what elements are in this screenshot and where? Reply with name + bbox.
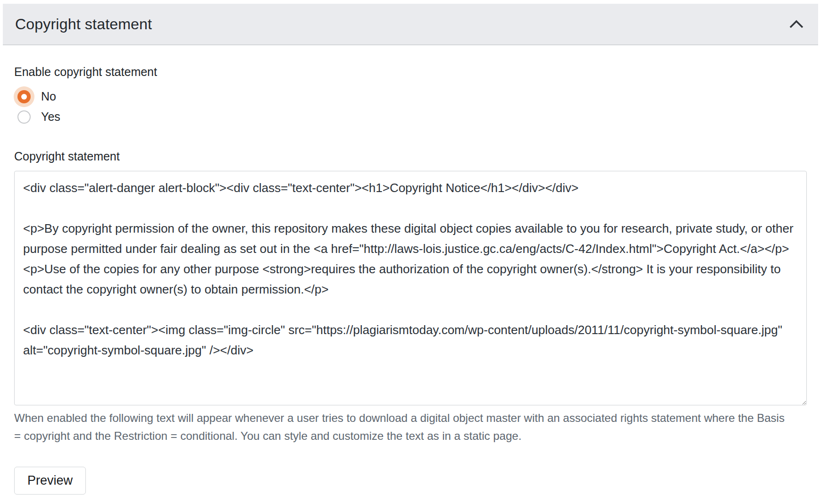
radio-no-label: No <box>41 90 56 103</box>
radio-option-no[interactable]: No <box>14 86 56 107</box>
chevron-up-icon <box>789 19 804 29</box>
enable-copyright-statement-label: Enable copyright statement <box>14 65 807 79</box>
radio-no-input[interactable] <box>17 90 31 103</box>
radio-option-yes[interactable]: Yes <box>14 107 60 127</box>
panel-title: Copyright statement <box>15 16 152 33</box>
copyright-statement-textarea[interactable]: <div class="alert-danger alert-block"><d… <box>14 171 807 405</box>
enable-copyright-radio-group: No Yes <box>14 86 807 127</box>
panel-body: Enable copyright statement No Yes Copyri… <box>3 65 818 495</box>
panel-header: Copyright statement <box>3 4 818 45</box>
copyright-statement-help-text: When enabled the following text will app… <box>14 409 788 445</box>
radio-yes-input[interactable] <box>17 110 31 124</box>
copyright-statement-panel: Copyright statement Enable copyright sta… <box>3 4 818 495</box>
settings-page: Copyright statement Enable copyright sta… <box>0 0 820 504</box>
preview-button[interactable]: Preview <box>14 467 86 495</box>
collapse-panel-button[interactable] <box>787 17 806 31</box>
radio-yes-label: Yes <box>41 110 60 124</box>
copyright-statement-field-label: Copyright statement <box>14 150 807 163</box>
